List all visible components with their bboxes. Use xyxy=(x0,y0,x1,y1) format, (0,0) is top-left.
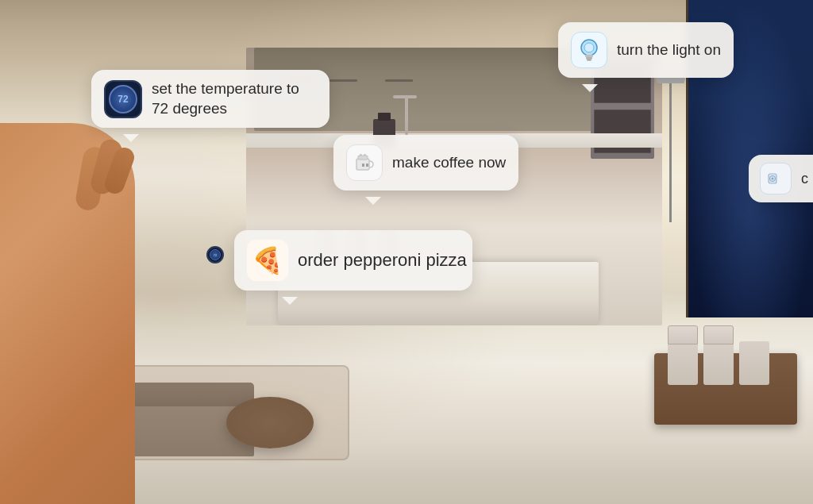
svg-rect-30 xyxy=(364,154,366,156)
coffee-bubble-icon xyxy=(346,144,383,181)
svg-rect-25 xyxy=(586,57,592,60)
coffee-bubble: make coffee now xyxy=(333,135,518,190)
temperature-bubble-icon: 72 xyxy=(104,80,142,118)
wall-thermostat: 72 xyxy=(206,246,224,264)
svg-point-23 xyxy=(584,43,594,52)
svg-point-35 xyxy=(772,178,774,180)
svg-rect-32 xyxy=(366,164,368,167)
thermostat-value: 72 xyxy=(109,85,137,113)
partial-bubble: c xyxy=(749,155,813,202)
pizza-bubble-icon: 🍕 xyxy=(247,240,288,281)
light-bubble-text: turn the light on xyxy=(617,41,721,59)
svg-rect-31 xyxy=(362,164,364,167)
chair-1 xyxy=(703,341,734,385)
svg-rect-26 xyxy=(587,60,591,61)
temperature-bubble: 72 set the temperature to 72 degrees xyxy=(91,70,329,128)
pizza-bubble-text: order pepperoni pizza xyxy=(298,250,467,271)
temperature-bubble-text: set the temperature to 72 degrees xyxy=(152,79,317,118)
svg-rect-33 xyxy=(769,174,776,183)
light-bubble-icon xyxy=(571,32,607,68)
speaker-bubble-icon xyxy=(760,163,792,194)
hand xyxy=(0,123,135,504)
floor-lamp xyxy=(669,79,672,222)
coffee-bubble-text: make coffee now xyxy=(392,154,506,171)
svg-rect-28 xyxy=(358,156,368,160)
chair-3 xyxy=(739,341,769,385)
pizza-bubble: 🍕 order pepperoni pizza xyxy=(234,230,472,290)
light-bubble: turn the light on xyxy=(558,22,734,78)
svg-point-34 xyxy=(770,176,776,182)
svg-rect-24 xyxy=(585,55,593,57)
chair-2 xyxy=(668,341,698,385)
partial-bubble-text: c xyxy=(801,171,808,187)
svg-rect-29 xyxy=(360,154,362,156)
